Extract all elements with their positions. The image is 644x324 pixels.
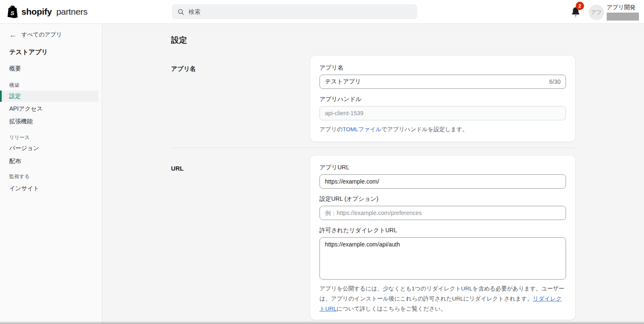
section-divider — [170, 148, 575, 148]
char-counter: 6/30 — [549, 78, 561, 85]
svg-text:S: S — [10, 10, 14, 16]
shopify-partners-logo[interactable]: S shopify partners — [7, 5, 88, 18]
toml-file-link[interactable]: TOMLファイル — [343, 126, 382, 132]
sidebar-item-insights[interactable]: インサイト — [0, 183, 99, 194]
redirect-urls-help-text: アプリを公開するには、少なくとも1つのリダイレクトURLを含める必要があります。… — [319, 284, 566, 314]
preferences-url-input[interactable] — [325, 210, 561, 216]
section-label-app-name: アプリ名 — [171, 65, 196, 73]
search-icon — [177, 8, 184, 16]
avatar[interactable]: アフ — [589, 5, 604, 20]
redirect-urls-textarea[interactable]: https://example.com/api/auth — [319, 237, 566, 280]
section-label-url: URL — [171, 165, 184, 172]
preferences-url-input-wrap — [319, 206, 566, 220]
app-handle-input-wrap — [319, 106, 566, 120]
sidebar-item-api-access[interactable]: APIアクセス — [0, 103, 99, 114]
main-content: 設定 アプリ名 アプリ名 6/30 アプリハンドル アプリのTOMLファイルでア… — [102, 24, 644, 324]
app-name-card: アプリ名 6/30 アプリハンドル アプリのTOMLファイルでアプリハンドルを設… — [310, 56, 575, 142]
sidebar-app-title: テストアプリ — [9, 48, 48, 56]
sidebar-item-settings[interactable]: 設定 — [0, 91, 99, 102]
logo-suffix-text: partners — [56, 7, 88, 16]
back-link-label: すべてのアプリ — [21, 31, 62, 39]
preferences-url-field-label: 設定URL (オプション) — [319, 195, 566, 203]
app-name-input[interactable] — [325, 78, 545, 85]
avatar-initials: アフ — [591, 9, 602, 16]
notification-count-badge: 2 — [576, 2, 584, 10]
logo-wordmark: shopify partners — [21, 7, 88, 17]
sidebar-section-release: リリース — [0, 134, 102, 141]
search-input[interactable] — [189, 8, 412, 15]
global-search[interactable] — [172, 4, 417, 19]
url-card: アプリURL 設定URL (オプション) 許可されたリダイレクトURL http… — [310, 156, 575, 320]
app-name-input-wrap: 6/30 — [319, 75, 566, 89]
sidebar-item-extensions[interactable]: 拡張機能 — [0, 116, 99, 127]
sidebar-item-versions[interactable]: バージョン — [0, 143, 99, 154]
sidebar: ← すべてのアプリ テストアプリ 概要 構築 設定 APIアクセス 拡張機能 リ… — [0, 24, 102, 324]
app-handle-field-label: アプリハンドル — [319, 96, 566, 103]
redirect-urls-field-label: 許可されたリダイレクトURL — [319, 227, 566, 234]
shopify-bag-icon: S — [7, 5, 18, 18]
sidebar-item-overview[interactable]: 概要 — [0, 63, 99, 74]
app-handle-help-text: アプリのTOMLファイルでアプリハンドルを設定します。 — [319, 124, 566, 135]
redirect-help-part1: アプリを公開するには、少なくとも1つのリダイレクトURLを含める必要があります。… — [319, 285, 564, 302]
redirect-help-part2: について詳しくはこちらをご覧ください。 — [337, 306, 447, 312]
account-menu[interactable]: アプリ開発 — [607, 4, 639, 21]
app-url-field-label: アプリURL — [319, 164, 566, 171]
top-header: S shopify partners 2 アフ アプリ開発 — [0, 0, 644, 24]
sidebar-item-distribution[interactable]: 配布 — [0, 156, 99, 167]
account-label: アプリ開発 — [607, 4, 639, 11]
back-to-all-apps-link[interactable]: ← すべてのアプリ — [9, 31, 62, 39]
logo-brand-text: shopify — [21, 7, 52, 16]
app-handle-input — [325, 110, 561, 117]
sidebar-section-monitor: 監視する — [0, 173, 102, 180]
app-name-field-label: アプリ名 — [319, 64, 566, 72]
bottom-shadow-strip — [0, 321, 644, 324]
back-arrow-icon: ← — [9, 31, 17, 39]
help-text-suffix: でアプリハンドルを設定します。 — [382, 126, 468, 132]
app-url-input-wrap — [319, 174, 566, 189]
app-url-input[interactable] — [325, 178, 561, 185]
redacted-partner-name — [607, 13, 639, 21]
help-text-prefix: アプリの — [319, 126, 343, 132]
page-title: 設定 — [171, 35, 187, 46]
sidebar-section-build: 構築 — [0, 81, 102, 89]
